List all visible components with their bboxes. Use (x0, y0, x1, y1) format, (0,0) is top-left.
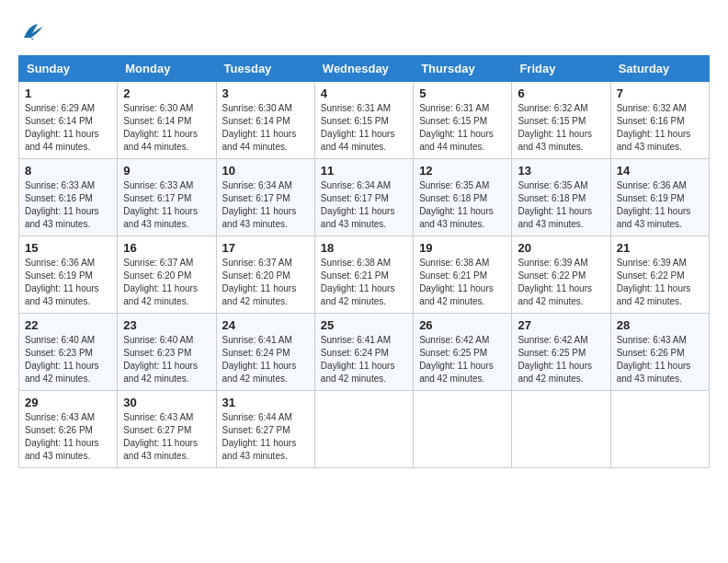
logo (18, 18, 50, 46)
day-number: 24 (222, 318, 309, 332)
calendar-cell: 2Sunrise: 6:30 AMSunset: 6:14 PMDaylight… (118, 82, 216, 159)
calendar-cell: 25Sunrise: 6:41 AMSunset: 6:24 PMDayligh… (314, 314, 413, 391)
col-header-saturday: Saturday (610, 56, 709, 82)
day-info: Sunrise: 6:32 AMSunset: 6:15 PMDaylight:… (518, 102, 604, 154)
calendar-cell: 22Sunrise: 6:40 AMSunset: 6:23 PMDayligh… (19, 314, 118, 391)
calendar-cell (414, 391, 512, 468)
day-number: 12 (419, 164, 506, 178)
day-number: 9 (123, 164, 210, 178)
day-number: 8 (25, 164, 111, 178)
calendar-week-row: 29Sunrise: 6:43 AMSunset: 6:26 PMDayligh… (19, 391, 710, 468)
calendar-cell: 15Sunrise: 6:36 AMSunset: 6:19 PMDayligh… (19, 236, 118, 314)
day-number: 20 (518, 241, 604, 255)
calendar-cell: 21Sunrise: 6:39 AMSunset: 6:22 PMDayligh… (610, 236, 709, 314)
calendar-cell: 13Sunrise: 6:35 AMSunset: 6:18 PMDayligh… (512, 159, 610, 236)
calendar-cell: 30Sunrise: 6:43 AMSunset: 6:27 PMDayligh… (118, 391, 216, 468)
day-number: 3 (222, 86, 309, 100)
day-number: 31 (222, 396, 309, 409)
calendar-cell: 6Sunrise: 6:32 AMSunset: 6:15 PMDaylight… (512, 82, 610, 159)
calendar-cell: 1Sunrise: 6:29 AMSunset: 6:14 PMDaylight… (19, 82, 118, 159)
calendar-week-row: 15Sunrise: 6:36 AMSunset: 6:19 PMDayligh… (19, 236, 710, 314)
day-info: Sunrise: 6:32 AMSunset: 6:16 PMDaylight:… (617, 102, 703, 154)
day-number: 22 (25, 318, 111, 332)
day-info: Sunrise: 6:35 AMSunset: 6:18 PMDaylight:… (419, 179, 506, 231)
calendar-cell: 24Sunrise: 6:41 AMSunset: 6:24 PMDayligh… (216, 314, 314, 391)
calendar-cell: 18Sunrise: 6:38 AMSunset: 6:21 PMDayligh… (314, 236, 413, 314)
calendar-cell: 29Sunrise: 6:43 AMSunset: 6:26 PMDayligh… (19, 391, 118, 468)
col-header-thursday: Thursday (414, 56, 512, 82)
day-info: Sunrise: 6:35 AMSunset: 6:18 PMDaylight:… (518, 179, 604, 231)
calendar-cell (610, 391, 709, 468)
col-header-sunday: Sunday (19, 56, 118, 82)
day-info: Sunrise: 6:40 AMSunset: 6:23 PMDaylight:… (25, 334, 111, 385)
day-info: Sunrise: 6:37 AMSunset: 6:20 PMDaylight:… (123, 257, 210, 308)
col-header-wednesday: Wednesday (314, 56, 413, 82)
day-info: Sunrise: 6:43 AMSunset: 6:26 PMDaylight:… (25, 411, 111, 463)
day-info: Sunrise: 6:33 AMSunset: 6:17 PMDaylight:… (123, 179, 210, 231)
calendar-cell (512, 391, 610, 468)
calendar-cell: 26Sunrise: 6:42 AMSunset: 6:25 PMDayligh… (414, 314, 512, 391)
calendar-cell: 3Sunrise: 6:30 AMSunset: 6:14 PMDaylight… (216, 82, 314, 159)
day-info: Sunrise: 6:31 AMSunset: 6:15 PMDaylight:… (419, 102, 506, 154)
calendar-cell: 12Sunrise: 6:35 AMSunset: 6:18 PMDayligh… (414, 159, 512, 236)
calendar-cell: 9Sunrise: 6:33 AMSunset: 6:17 PMDaylight… (118, 159, 216, 236)
day-number: 16 (123, 241, 210, 255)
col-header-tuesday: Tuesday (216, 56, 314, 82)
day-info: Sunrise: 6:42 AMSunset: 6:25 PMDaylight:… (419, 334, 506, 385)
day-number: 19 (419, 241, 506, 255)
day-info: Sunrise: 6:37 AMSunset: 6:20 PMDaylight:… (222, 257, 309, 308)
day-number: 2 (123, 86, 210, 100)
day-number: 13 (518, 164, 604, 178)
day-number: 1 (25, 86, 111, 100)
day-number: 18 (321, 241, 407, 255)
day-info: Sunrise: 6:34 AMSunset: 6:17 PMDaylight:… (321, 179, 407, 231)
day-number: 17 (222, 241, 309, 255)
calendar-cell: 4Sunrise: 6:31 AMSunset: 6:15 PMDaylight… (314, 82, 413, 159)
logo-icon (18, 18, 46, 46)
col-header-friday: Friday (512, 56, 610, 82)
calendar-table: SundayMondayTuesdayWednesdayThursdayFrid… (18, 55, 710, 468)
day-info: Sunrise: 6:40 AMSunset: 6:23 PMDaylight:… (123, 334, 210, 385)
day-info: Sunrise: 6:41 AMSunset: 6:24 PMDaylight:… (222, 334, 309, 385)
day-info: Sunrise: 6:29 AMSunset: 6:14 PMDaylight:… (25, 102, 111, 154)
day-info: Sunrise: 6:30 AMSunset: 6:14 PMDaylight:… (123, 102, 210, 154)
calendar-cell: 23Sunrise: 6:40 AMSunset: 6:23 PMDayligh… (118, 314, 216, 391)
day-info: Sunrise: 6:44 AMSunset: 6:27 PMDaylight:… (222, 411, 309, 463)
day-info: Sunrise: 6:36 AMSunset: 6:19 PMDaylight:… (617, 179, 703, 231)
calendar-cell: 11Sunrise: 6:34 AMSunset: 6:17 PMDayligh… (314, 159, 413, 236)
col-header-monday: Monday (118, 56, 216, 82)
calendar-cell: 16Sunrise: 6:37 AMSunset: 6:20 PMDayligh… (118, 236, 216, 314)
day-number: 5 (419, 86, 506, 100)
day-number: 23 (123, 318, 210, 332)
calendar-week-row: 8Sunrise: 6:33 AMSunset: 6:16 PMDaylight… (19, 159, 710, 236)
calendar-week-row: 22Sunrise: 6:40 AMSunset: 6:23 PMDayligh… (19, 314, 710, 391)
calendar-cell: 31Sunrise: 6:44 AMSunset: 6:27 PMDayligh… (216, 391, 314, 468)
day-info: Sunrise: 6:33 AMSunset: 6:16 PMDaylight:… (25, 179, 111, 231)
day-info: Sunrise: 6:41 AMSunset: 6:24 PMDaylight:… (321, 334, 407, 385)
page-header (18, 18, 710, 46)
day-number: 14 (617, 164, 703, 178)
day-number: 15 (25, 241, 111, 255)
calendar-cell: 14Sunrise: 6:36 AMSunset: 6:19 PMDayligh… (610, 159, 709, 236)
day-number: 28 (617, 318, 703, 332)
day-info: Sunrise: 6:30 AMSunset: 6:14 PMDaylight:… (222, 102, 309, 154)
day-info: Sunrise: 6:39 AMSunset: 6:22 PMDaylight:… (617, 257, 703, 308)
calendar-cell: 5Sunrise: 6:31 AMSunset: 6:15 PMDaylight… (414, 82, 512, 159)
calendar-cell: 19Sunrise: 6:38 AMSunset: 6:21 PMDayligh… (414, 236, 512, 314)
calendar-cell (314, 391, 413, 468)
day-number: 10 (222, 164, 309, 178)
calendar-cell: 20Sunrise: 6:39 AMSunset: 6:22 PMDayligh… (512, 236, 610, 314)
calendar-cell: 27Sunrise: 6:42 AMSunset: 6:25 PMDayligh… (512, 314, 610, 391)
day-number: 7 (617, 86, 703, 100)
day-info: Sunrise: 6:38 AMSunset: 6:21 PMDaylight:… (419, 257, 506, 308)
day-info: Sunrise: 6:39 AMSunset: 6:22 PMDaylight:… (518, 257, 604, 308)
day-number: 11 (321, 164, 407, 178)
day-number: 25 (321, 318, 407, 332)
day-number: 4 (321, 86, 407, 100)
day-info: Sunrise: 6:43 AMSunset: 6:27 PMDaylight:… (123, 411, 210, 463)
day-info: Sunrise: 6:38 AMSunset: 6:21 PMDaylight:… (321, 257, 407, 308)
day-info: Sunrise: 6:42 AMSunset: 6:25 PMDaylight:… (518, 334, 604, 385)
day-number: 30 (123, 396, 210, 409)
calendar-header-row: SundayMondayTuesdayWednesdayThursdayFrid… (19, 56, 710, 82)
calendar-cell: 28Sunrise: 6:43 AMSunset: 6:26 PMDayligh… (610, 314, 709, 391)
